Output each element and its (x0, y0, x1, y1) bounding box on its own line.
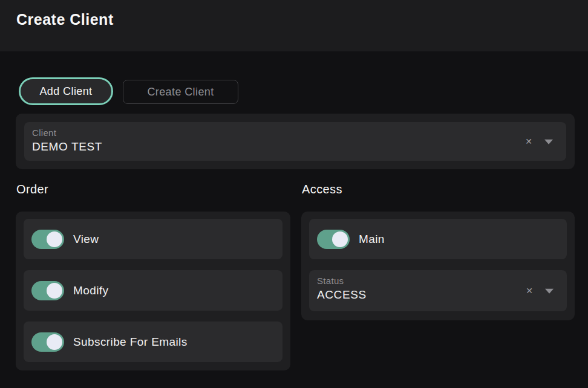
toggle-knob (47, 283, 62, 299)
main-toggle[interactable] (317, 230, 350, 249)
tab-create-client-label: Create Client (147, 86, 214, 99)
client-select-value: DEMO TEST (32, 140, 102, 154)
page-title: Create Client (16, 11, 114, 28)
clear-icon[interactable]: ✕ (525, 137, 532, 146)
caret-down-icon[interactable] (545, 289, 554, 294)
toggle-knob (332, 231, 348, 247)
modify-toggle-label: Modify (73, 284, 108, 297)
header-bar: Create Client (0, 0, 588, 51)
status-select-label: Status (317, 276, 344, 286)
tab-add-client[interactable]: Add Client (19, 77, 113, 105)
status-select[interactable]: Status ACCESS ✕ (309, 270, 567, 311)
client-select[interactable]: Client DEMO TEST ✕ (24, 122, 566, 161)
caret-down-icon[interactable] (544, 140, 553, 144)
status-select-value: ACCESS (317, 288, 367, 302)
access-card: Main Status ACCESS ✕ (301, 212, 575, 320)
access-section-heading: Access (302, 183, 342, 196)
toggle-row-view: View (24, 219, 283, 259)
view-toggle[interactable] (31, 230, 64, 249)
clear-icon[interactable]: ✕ (526, 286, 533, 295)
order-card: View Modify Subscribe For Emails (16, 212, 290, 370)
toggle-knob (47, 231, 62, 247)
toggle-row-subscribe-for-emails: Subscribe For Emails (24, 322, 283, 362)
subscribe-for-emails-toggle[interactable] (31, 332, 64, 352)
tab-create-client[interactable]: Create Client (123, 80, 238, 104)
order-section-heading: Order (16, 183, 48, 196)
modify-toggle[interactable] (31, 281, 64, 300)
toggle-knob (47, 334, 62, 350)
view-toggle-label: View (73, 233, 99, 246)
toggle-row-modify: Modify (24, 270, 283, 311)
create-client-page: Create Client Add Client Create Client C… (0, 0, 588, 388)
client-select-label: Client (32, 128, 56, 138)
subscribe-for-emails-toggle-label: Subscribe For Emails (73, 335, 188, 349)
tab-add-client-label: Add Client (39, 85, 92, 98)
client-select-card: Client DEMO TEST ✕ (16, 114, 575, 169)
main-toggle-label: Main (359, 233, 385, 246)
toggle-row-main: Main (309, 219, 567, 259)
